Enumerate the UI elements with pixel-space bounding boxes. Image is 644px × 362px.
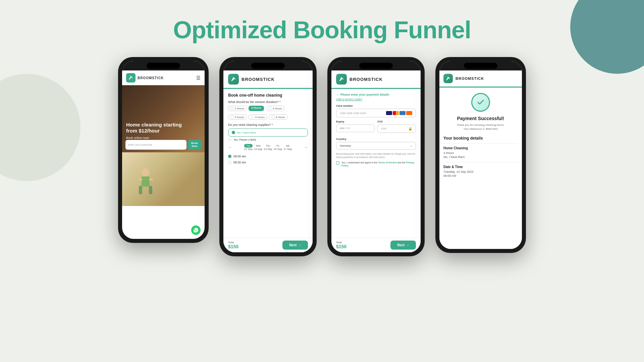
whatsapp-button[interactable] [191, 225, 201, 235]
visa-icon [386, 111, 392, 115]
label-8hours: 8 Hours [276, 116, 285, 119]
p3-promo-link[interactable]: Add a promo code? [336, 98, 416, 101]
cal-day-num-sat: 17 Sep [283, 148, 292, 151]
p2-time-slot-1[interactable]: 08:00 am [228, 153, 308, 159]
p4-service-hours: 3 Hours [443, 151, 518, 155]
p3-logo-icon [336, 74, 347, 85]
p3-expiry-input[interactable]: MM / YY [336, 124, 375, 132]
label-6hours: 6 Hours [255, 116, 265, 119]
p2-time-slot-2[interactable]: 08:30 am [228, 159, 308, 165]
p3-next-label: Next [397, 243, 405, 247]
p1-hero-input-row: Enter your postcode BookNow [125, 140, 201, 150]
p3-expiry-placeholder: MM / YY [340, 127, 350, 130]
label-2hours: 2 Hours [235, 107, 244, 110]
p1-brand-name: BROOMSTICK [138, 76, 164, 80]
p2-footer: Total $150 Next → [223, 238, 313, 252]
p3-country-select[interactable]: Germany ⌄ [336, 142, 416, 150]
p4-success-title: Payment Successful! [443, 116, 518, 121]
svg-rect-1 [142, 176, 150, 187]
cal-day-fri[interactable]: Fri 15 Sep [274, 144, 282, 151]
notch-pill-4 [464, 63, 497, 69]
phone-2-notch [223, 61, 313, 70]
phone-4-confirmation: BROOMSTICK Payment Successful! Thank you… [435, 57, 526, 253]
p2-option-8hours[interactable]: 8 Hours [269, 114, 287, 120]
p2-option-5hours[interactable]: 5 Hours [228, 114, 247, 120]
p3-agree-checkbox[interactable] [336, 161, 339, 165]
p3-cvc-icon: 🔒 [408, 127, 412, 131]
cal-day-thu[interactable]: Thu 14 Sep [264, 144, 272, 151]
cal-day-num-thu: 14 Sep [264, 148, 272, 151]
p2-total-section: Total $150 [228, 241, 238, 249]
p3-cvc-placeholder: CVC [381, 127, 387, 130]
p3-total-section: Total $150 [336, 241, 346, 249]
p2-total-price: $150 [228, 244, 238, 249]
p3-footer: Total $150 Next → [331, 238, 421, 252]
p3-card-input[interactable]: 1234 1234 1234 1234 [336, 109, 416, 117]
radio-4hours [268, 107, 272, 110]
p3-terms-text: By providing your card information, you … [336, 152, 416, 159]
p4-time-value: 08:00 AM [443, 174, 518, 177]
p2-option-3hours[interactable]: 3 Hours [249, 106, 264, 111]
phone-2-booking: BROOMSTICK Book one-off home cleaning Wh… [219, 57, 317, 256]
radio-time-1 [228, 155, 231, 158]
p1-bottom-image [122, 152, 205, 206]
cal-day-name-thu: Thu [264, 144, 272, 148]
p4-date-value: Tuesday, 12 Sep 2023 [443, 170, 518, 173]
cal-day-name-sat: Sat [283, 144, 292, 148]
notch-pill-3 [359, 63, 393, 69]
p3-country-chevron: ⌄ [410, 144, 412, 147]
label-3hours: 3 Hours [251, 106, 261, 109]
radio-5hours [230, 115, 234, 119]
p3-agree-row: Yes, I understand and agree to the Terms… [336, 161, 416, 168]
p3-total-label: Total [336, 241, 346, 244]
p3-content: ← Please enter your payment details Add … [331, 89, 421, 238]
cal-prev-arrow[interactable]: ← [228, 145, 232, 150]
p2-hours-row-2: 5 Hours 6 Hours 8 Hours [228, 114, 308, 120]
phone-4-notch [439, 61, 522, 70]
p4-success-subtitle: Thank you for choosing Cleaning Demo. Yo… [443, 123, 518, 131]
cal-days-row: Tue 12 Sep Wed 13 Sep Thu 14 Sep Fri [244, 144, 292, 151]
p2-supply-no-option[interactable]: No, I have them [228, 128, 308, 137]
p2-next-button[interactable]: Next → [282, 241, 308, 250]
svg-rect-2 [139, 186, 142, 194]
p4-service-supplies: No, I have them [443, 155, 518, 159]
label-4hours: 4 Hours [273, 107, 282, 110]
cal-day-name-wed: Wed [254, 144, 262, 148]
p2-logo-icon [228, 74, 239, 85]
radio-2hours [230, 107, 234, 110]
phone-2-screen: BROOMSTICK Book one-off home cleaning Wh… [223, 61, 313, 252]
p3-next-button[interactable]: Next → [390, 241, 416, 250]
p2-option-6hours[interactable]: 6 Hours [249, 114, 267, 120]
p4-divider-2 [443, 162, 518, 162]
p3-agree-text: Yes, I understand and agree to the Terms… [341, 161, 416, 168]
p3-agree-mid: and the [397, 161, 406, 164]
p4-divider-1 [443, 143, 518, 144]
notch-pill [147, 63, 180, 69]
p3-agree-pre: Yes, I understand and agree to the [341, 161, 378, 164]
p3-back-row[interactable]: ← Please enter your payment details [336, 93, 416, 96]
p1-header: BROOMSTICK ☰ [122, 70, 205, 85]
cal-day-sat[interactable]: Sat 17 Sep [283, 144, 292, 151]
discover-icon [406, 111, 412, 115]
cal-day-tue[interactable]: Tue 12 Sep [244, 144, 253, 151]
phone-1-screen: BROOMSTICK ☰ Home cleaning startingfrom … [122, 61, 205, 239]
p3-cvc-input[interactable]: CVC 🔒 [377, 124, 416, 133]
p1-book-button[interactable]: BookNow [188, 140, 201, 150]
p1-hero: Home cleaning startingfrom $12/hour Book… [122, 85, 205, 152]
p2-option-2hours[interactable]: 2 Hours [228, 106, 247, 111]
p3-tos-link[interactable]: Terms of Service [378, 161, 397, 164]
cal-day-name-tue: Tue [244, 144, 253, 148]
notch-pill-2 [251, 63, 285, 69]
hamburger-icon[interactable]: ☰ [196, 75, 201, 81]
phone-3-screen: BROOMSTICK ← Please enter your payment d… [331, 61, 421, 252]
p4-datetime-label: Date & Time [443, 165, 518, 169]
cal-next-arrow[interactable]: → [304, 145, 308, 150]
phone-4-screen: BROOMSTICK Payment Successful! Thank you… [439, 61, 522, 249]
p2-option-4hours[interactable]: 4 Hours [266, 106, 284, 111]
cal-day-wed[interactable]: Wed 13 Sep [254, 144, 262, 151]
cal-day-num-wed: 13 Sep [254, 148, 262, 151]
cleaner-illustration [129, 166, 162, 199]
p1-postcode-input[interactable]: Enter your postcode [125, 140, 186, 150]
p2-supply-yes-option[interactable]: Yes, Please (+$20) [228, 138, 308, 141]
p4-success-icon [471, 93, 490, 112]
